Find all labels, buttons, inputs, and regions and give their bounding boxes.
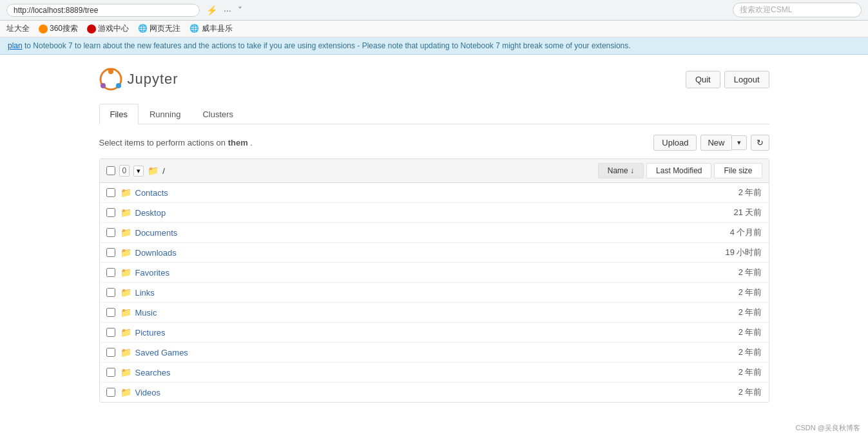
header-buttons: Quit Logout bbox=[686, 71, 769, 88]
svg-point-2 bbox=[101, 83, 106, 88]
file-modified: 2 年前 bbox=[685, 287, 762, 298]
file-name-link[interactable]: Videos bbox=[135, 388, 685, 397]
file-modified: 2 年前 bbox=[685, 187, 762, 198]
toolbar-text: Select items to perform actions on them … bbox=[99, 138, 253, 148]
file-name-link[interactable]: Favorites bbox=[135, 268, 685, 278]
table-row: 📁 Music 2 年前 bbox=[100, 303, 769, 323]
row-checkbox[interactable] bbox=[106, 328, 115, 337]
chevron-down-icon[interactable]: ˅ bbox=[238, 5, 242, 15]
file-name-link[interactable]: Links bbox=[135, 288, 685, 298]
bookmark-label-web: 🌐 网页无注 bbox=[138, 23, 180, 34]
table-row: 📁 Pictures 2 年前 bbox=[100, 323, 769, 343]
col-name-header[interactable]: Name ↓ bbox=[598, 163, 644, 178]
upload-button[interactable]: Upload bbox=[653, 135, 697, 151]
file-name-link[interactable]: Searches bbox=[135, 368, 685, 377]
folder-icon: 📁 bbox=[121, 367, 131, 377]
file-name-link[interactable]: Contacts bbox=[135, 188, 685, 198]
jupyter-logo: Jupyter bbox=[99, 68, 178, 91]
folder-icon: 📁 bbox=[121, 267, 131, 278]
bookmark-web[interactable]: 🌐 网页无注 bbox=[138, 23, 180, 34]
table-row: 📁 Desktop 21 天前 bbox=[100, 203, 769, 223]
tab-running-label: Running bbox=[149, 110, 180, 119]
browser-search[interactable]: 搜索欢迎CSML bbox=[733, 3, 862, 17]
row-checkbox[interactable] bbox=[106, 228, 115, 237]
tab-clusters-label: Clusters bbox=[202, 110, 233, 119]
folder-icon: 📁 bbox=[148, 166, 159, 176]
file-modified: 4 个月前 bbox=[685, 227, 762, 238]
select-all-checkbox[interactable] bbox=[106, 166, 115, 175]
jupyter-logo-text: Jupyter bbox=[128, 71, 178, 88]
folder-icon: 📁 bbox=[121, 347, 131, 357]
browser-chrome: http://localhost:8889/tree ⚡ ··· ˅ 搜索欢迎C… bbox=[0, 0, 868, 21]
col-modified-header[interactable]: Last Modified bbox=[646, 163, 711, 178]
svg-point-3 bbox=[116, 83, 121, 88]
browser-icons: ⚡ ··· ˅ bbox=[206, 5, 242, 15]
file-modified: 21 天前 bbox=[685, 207, 762, 218]
count-dropdown[interactable]: ▾ bbox=[133, 166, 144, 176]
tab-files[interactable]: Files bbox=[99, 104, 139, 124]
file-table: 0 ▾ 📁 / Name ↓ Last Modified File size 📁… bbox=[99, 158, 769, 403]
notification-text: to Notebook 7 to learn about the new fea… bbox=[23, 41, 631, 50]
toolbar: Select items to perform actions on them … bbox=[99, 135, 769, 151]
bookmark-wf[interactable]: 🌐 威丰县乐 bbox=[189, 23, 232, 34]
refresh-button[interactable]: ↻ bbox=[751, 135, 769, 151]
tab-clusters[interactable]: Clusters bbox=[191, 104, 244, 124]
table-row: 📁 Contacts 2 年前 bbox=[100, 183, 769, 203]
new-dropdown-button[interactable]: ▾ bbox=[731, 135, 747, 150]
folder-icon: 📁 bbox=[121, 327, 131, 338]
row-checkbox[interactable] bbox=[106, 208, 115, 217]
bookmark-label-wf: 🌐 威丰县乐 bbox=[189, 23, 232, 34]
file-modified: 2 年前 bbox=[685, 367, 762, 378]
bookmark-games[interactable]: 游戏中心 bbox=[87, 23, 129, 34]
folder-icon: 📁 bbox=[121, 307, 131, 318]
file-name-link[interactable]: Pictures bbox=[135, 328, 685, 338]
more-icon[interactable]: ··· bbox=[224, 5, 231, 15]
table-row: 📁 Videos 2 年前 bbox=[100, 383, 769, 402]
folder-icon: 📁 bbox=[121, 287, 131, 298]
row-checkbox[interactable] bbox=[106, 268, 115, 277]
file-name-link[interactable]: Desktop bbox=[135, 208, 685, 218]
file-rows-container: 📁 Contacts 2 年前 📁 Desktop 21 天前 📁 Docume… bbox=[100, 183, 769, 402]
tab-running[interactable]: Running bbox=[139, 104, 191, 124]
file-name-link[interactable]: Documents bbox=[135, 228, 685, 238]
row-checkbox[interactable] bbox=[106, 248, 115, 257]
notification-link[interactable]: plan bbox=[8, 41, 23, 50]
main-container: Jupyter Quit Logout Files Running Cluste… bbox=[80, 55, 789, 415]
row-checkbox[interactable] bbox=[106, 348, 115, 357]
bookmark-360[interactable]: 360搜索 bbox=[39, 23, 78, 34]
row-checkbox[interactable] bbox=[106, 368, 115, 377]
row-checkbox[interactable] bbox=[106, 288, 115, 297]
select-text: Select items to perform actions on bbox=[99, 138, 226, 148]
row-checkbox[interactable] bbox=[106, 308, 115, 317]
file-name-link[interactable]: Music bbox=[135, 308, 685, 318]
svg-point-1 bbox=[108, 69, 113, 74]
logout-button[interactable]: Logout bbox=[724, 71, 769, 88]
url-bar[interactable]: http://localhost:8889/tree bbox=[6, 4, 200, 17]
bookmark-addr[interactable]: 址大全 bbox=[6, 23, 30, 34]
bookmarks-bar: 址大全 360搜索 游戏中心 🌐 网页无注 🌐 威丰县乐 bbox=[0, 21, 868, 37]
new-button-group: New ▾ bbox=[700, 135, 746, 151]
file-modified: 2 年前 bbox=[685, 327, 762, 338]
folder-icon: 📁 bbox=[121, 207, 131, 218]
file-name-link[interactable]: Downloads bbox=[135, 248, 685, 258]
table-row: 📁 Saved Games 2 年前 bbox=[100, 343, 769, 363]
file-name-link[interactable]: Saved Games bbox=[135, 348, 685, 357]
lightning-icon[interactable]: ⚡ bbox=[206, 5, 217, 15]
bookmark-label-360: 360搜索 bbox=[50, 23, 78, 34]
quit-button[interactable]: Quit bbox=[686, 71, 720, 88]
row-checkbox[interactable] bbox=[106, 188, 115, 197]
file-modified: 2 年前 bbox=[685, 267, 762, 278]
select-text-em: them bbox=[228, 138, 248, 148]
table-row: 📁 Searches 2 年前 bbox=[100, 363, 769, 383]
header-left: 0 ▾ 📁 / bbox=[106, 165, 595, 176]
bookmark-label: 址大全 bbox=[6, 23, 30, 34]
new-button[interactable]: New bbox=[700, 135, 731, 151]
select-text-end: . bbox=[250, 138, 253, 148]
tabs: Files Running Clusters bbox=[99, 104, 769, 124]
table-row: 📁 Favorites 2 年前 bbox=[100, 263, 769, 283]
file-table-header: 0 ▾ 📁 / Name ↓ Last Modified File size bbox=[100, 159, 769, 183]
file-modified: 2 年前 bbox=[685, 347, 762, 358]
row-checkbox[interactable] bbox=[106, 388, 115, 397]
col-size-header[interactable]: File size bbox=[714, 163, 762, 178]
table-row: 📁 Links 2 年前 bbox=[100, 283, 769, 303]
